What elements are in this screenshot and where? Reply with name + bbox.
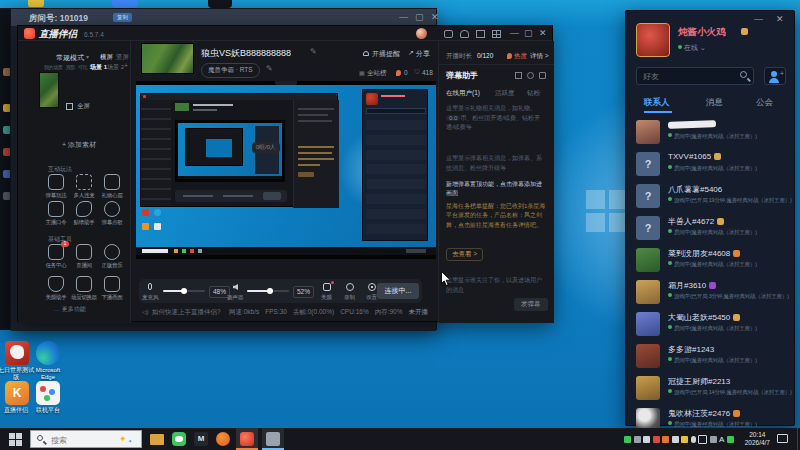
orientation-landscape[interactable]: 横屏 [100, 53, 113, 62]
add-material-button[interactable]: + 添加素材 [62, 140, 96, 150]
friend-row[interactable]: 菜到没朋友#4608 房间中(魔兽经典对战（冰封王座）) [626, 245, 796, 277]
tool-gift-wish[interactable]: 礼物心愿 [98, 174, 126, 199]
desktop-icon-companion[interactable]: K [5, 381, 29, 405]
scene-tab-add[interactable]: + [124, 62, 128, 69]
share-button[interactable]: 分享 [416, 49, 430, 59]
scene-tab-2[interactable]: 场景 2 [107, 63, 124, 72]
tool-danmu-play[interactable]: 弹幕玩法 [42, 174, 70, 199]
companion-minimize-button[interactable]: — [510, 29, 519, 38]
mic-slider[interactable] [163, 290, 205, 292]
friends-minimize-button[interactable]: — [754, 15, 763, 24]
user-profile-avatar[interactable] [636, 23, 670, 57]
fullscreen-source-item[interactable]: 全屏 [77, 102, 90, 111]
duration-detail-link[interactable]: 详情 > [530, 52, 549, 61]
tray-icon-wechat[interactable] [624, 436, 631, 443]
popout-icon[interactable] [476, 30, 485, 38]
taskbar-app-companion-active[interactable] [236, 428, 258, 450]
scene-tab-muted-2[interactable]: 观影 [66, 64, 75, 70]
search-icon[interactable] [740, 71, 747, 78]
tray-icon[interactable] [662, 436, 669, 443]
speaker-icon[interactable] [233, 284, 238, 290]
headset-icon[interactable] [460, 30, 469, 38]
tab-contacts[interactable]: 联系人 [644, 97, 670, 109]
tray-icon-green[interactable] [727, 436, 734, 443]
tool-scene-switcher[interactable]: 场景切换器 [70, 276, 98, 301]
add-friend-button[interactable]: + [764, 67, 786, 85]
scene-thumbnail[interactable] [39, 72, 59, 108]
tab-guild[interactable]: 公会 [756, 97, 773, 109]
scene-tab-muted-3[interactable]: 可玩 [78, 64, 87, 70]
friend-row[interactable]: ? 八爪薯薯#5406 游戏中(已开局 19分钟,魔兽经典对战（冰封王座）) [626, 181, 796, 213]
tool-task-center[interactable]: 任务中心 1 [42, 244, 70, 269]
tool-offline-screen[interactable]: 下播画面 [98, 276, 126, 301]
taskbar-app-wechat[interactable] [172, 432, 186, 446]
connect-button[interactable]: 连接中... [377, 283, 419, 299]
category-edit-icon[interactable]: ✎ [266, 64, 273, 73]
taskbar-app-m[interactable]: M [194, 432, 208, 446]
settings-gear-icon[interactable] [368, 283, 376, 291]
mode-select[interactable]: 常规模式 [56, 53, 84, 63]
beauty-icon[interactable] [323, 283, 331, 291]
search-highlights-icon[interactable]: ✦ [119, 434, 127, 444]
taskbar-search-box[interactable]: ✦ ✦ [30, 430, 142, 448]
orientation-portrait[interactable]: 竖屏 [116, 53, 129, 62]
taskbar-app-folder[interactable] [150, 434, 164, 445]
taskbar-search-input[interactable] [49, 432, 123, 448]
broadcast-remind[interactable]: 开播提醒 [372, 49, 400, 59]
panel-tab-online[interactable]: 在线用户(1) [446, 89, 480, 98]
rank-label[interactable]: 全站榜 [367, 69, 387, 78]
desktop-icon-platform[interactable] [36, 381, 60, 405]
action-center-icon[interactable] [777, 434, 788, 443]
stream-cover-thumbnail[interactable] [141, 43, 194, 74]
stream-title-edit-icon[interactable]: ✎ [310, 47, 317, 56]
user-avatar[interactable] [416, 28, 427, 39]
room-maximize-button[interactable]: ▢ [415, 13, 424, 22]
room-close-button[interactable]: ✕ [431, 13, 439, 22]
friend-row[interactable]: ? 半兽人#4672 房间中(魔兽经典对战（冰封王座）) [626, 213, 796, 245]
task-notice-button[interactable]: 去查看 > [446, 248, 483, 261]
tray-icon[interactable] [653, 436, 660, 443]
panel-popout-icon[interactable] [539, 72, 546, 79]
tool-music[interactable]: 正版音乐 [98, 244, 126, 269]
taskbar-app-orange[interactable] [216, 432, 230, 446]
user-status[interactable]: 在线 ⌄ [678, 43, 706, 53]
mic-icon[interactable] [148, 283, 152, 290]
statusbar-tip[interactable]: 如何快速上手直播伴侣? [152, 308, 221, 317]
panel-settings-icon[interactable] [527, 72, 534, 79]
tray-icon[interactable] [710, 436, 717, 443]
tab-messages[interactable]: 消息 [706, 97, 723, 109]
room-minimize-button[interactable]: — [399, 13, 408, 22]
friends-close-button[interactable]: ✕ [776, 15, 784, 24]
start-button[interactable] [9, 433, 22, 446]
panel-list-icon[interactable] [515, 72, 522, 79]
tool-live-room[interactable]: 直播间 [70, 244, 98, 269]
chat-icon[interactable] [444, 30, 453, 38]
taskbar-clock[interactable]: 20:14 2026/4/7 [745, 431, 770, 448]
friend-row[interactable]: 多多游#1243 房间中(魔兽经典对战（冰封王座）) [626, 341, 796, 373]
more-functions[interactable]: … 更多功能 [54, 305, 86, 314]
tool-sticker[interactable]: 贴纸助手 [70, 201, 98, 226]
tray-icon[interactable] [643, 436, 650, 443]
tool-song-request[interactable]: 弹幕点歌 [98, 201, 126, 226]
companion-maximize-button[interactable]: ▢ [524, 29, 533, 38]
scene-tab-muted-1[interactable]: 我的场景 [44, 64, 62, 70]
tool-beauty-helper[interactable]: 美颜助手 [42, 276, 70, 301]
room-copy-tag[interactable]: 复制 [113, 13, 132, 22]
friend-row[interactable]: 房间中(魔兽经典对战（冰封王座）) [626, 117, 796, 149]
friend-row[interactable]: 冠捷王厨师#2213 游戏中(已开局 14分钟,魔兽经典对战（冰封王座）) [626, 373, 796, 405]
tray-icon-shield[interactable] [681, 436, 688, 443]
tray-icon-mic[interactable] [691, 436, 696, 443]
speaker-slider[interactable] [247, 290, 289, 292]
taskbar-app-platform-active[interactable] [262, 428, 284, 450]
tray-icon-ime[interactable]: A [719, 436, 724, 444]
scene-tab-1[interactable]: 场景 1 [90, 63, 107, 72]
tray-icon-window[interactable] [698, 435, 707, 444]
tray-icon[interactable] [634, 436, 641, 443]
desktop-icon-edge[interactable] [36, 341, 60, 365]
tray-icon[interactable] [672, 436, 679, 443]
send-danmu-button[interactable]: 发弹幕 [514, 298, 548, 311]
friend-row[interactable]: ? TXVV#1065 房间中(魔兽经典对战（冰封王座）) [626, 149, 796, 181]
user-profile-name[interactable]: 炖酱小火鸡 [678, 26, 726, 39]
friend-row[interactable]: 大蜀山老妖#5450 房间中(魔兽经典对战（冰封王座）) [626, 309, 796, 341]
companion-close-button[interactable]: ✕ [539, 29, 547, 38]
